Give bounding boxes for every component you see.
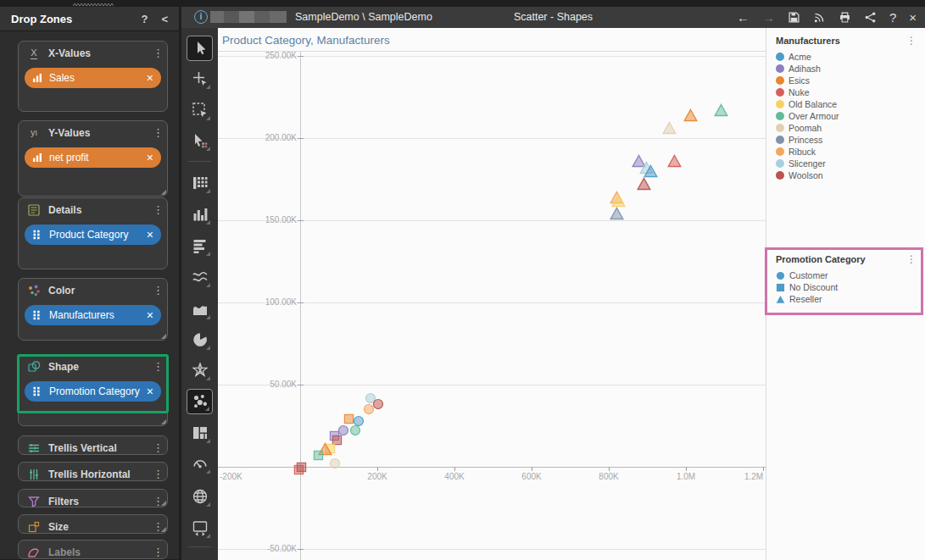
field-pill-dimension[interactable]: Promotion Category× bbox=[25, 381, 161, 402]
forward-icon: → bbox=[762, 11, 775, 24]
broadcast-icon[interactable] bbox=[813, 11, 826, 24]
scatter-point[interactable] bbox=[349, 424, 361, 436]
field-pill-label: Sales bbox=[49, 72, 147, 84]
color-dots-icon bbox=[26, 284, 42, 297]
scatter-point[interactable] bbox=[662, 121, 677, 135]
zone-menu-icon[interactable]: ⋮ bbox=[153, 523, 163, 531]
remove-field-icon[interactable]: × bbox=[147, 73, 153, 83]
legend-menu-icon[interactable]: ⋮ bbox=[906, 256, 920, 263]
axis-x-icon: X bbox=[26, 47, 42, 60]
remove-field-icon[interactable]: × bbox=[147, 386, 153, 396]
zone-menu-icon[interactable]: ⋮ bbox=[153, 49, 163, 58]
zone-menu-icon[interactable]: ⋮ bbox=[153, 444, 163, 452]
point-select-tool[interactable] bbox=[187, 128, 213, 153]
drop-zone-header-labels: Labels⋮ bbox=[19, 542, 167, 560]
legend-item[interactable]: Acme bbox=[776, 51, 920, 63]
scatter-point[interactable] bbox=[667, 154, 682, 168]
scatter-point[interactable] bbox=[363, 403, 375, 415]
drop-zone-header-filters: Filters⋮ bbox=[19, 491, 167, 512]
gauge-visual[interactable] bbox=[187, 451, 213, 476]
column-chart-visual[interactable] bbox=[187, 202, 213, 227]
legend-item[interactable]: Slicenger bbox=[776, 158, 920, 169]
toolbar-divider bbox=[188, 546, 211, 547]
share-icon[interactable] bbox=[864, 11, 877, 24]
remove-field-icon[interactable]: × bbox=[147, 310, 153, 320]
print-icon[interactable] bbox=[839, 11, 851, 24]
scatter-point[interactable] bbox=[313, 450, 324, 461]
toolbar-divider bbox=[188, 161, 211, 162]
scatter-point[interactable] bbox=[610, 207, 624, 220]
close-icon[interactable]: × bbox=[909, 11, 917, 24]
field-pill-measure[interactable]: Sales× bbox=[25, 68, 161, 88]
area-chart-visual[interactable] bbox=[187, 297, 213, 322]
remove-field-icon[interactable]: × bbox=[147, 230, 153, 240]
field-pill-dimension[interactable]: Manufacturers× bbox=[25, 305, 161, 325]
drop-zone-color: Color⋮Manufacturers× bbox=[18, 278, 168, 341]
radar-chart-visual[interactable] bbox=[187, 358, 213, 383]
scatter-point[interactable] bbox=[329, 457, 341, 469]
legend-item[interactable]: Customer bbox=[776, 269, 920, 281]
scatter-point[interactable] bbox=[611, 194, 626, 208]
legend-item-label: Adihash bbox=[788, 64, 821, 74]
zone-menu-icon[interactable]: ⋮ bbox=[153, 470, 163, 479]
zone-menu-icon[interactable]: ⋮ bbox=[153, 497, 163, 506]
collapse-panel-icon[interactable]: < bbox=[161, 13, 168, 25]
scatter-point[interactable] bbox=[714, 103, 728, 117]
info-icon[interactable]: i bbox=[194, 10, 208, 24]
zone-menu-icon[interactable]: ⋮ bbox=[153, 548, 163, 557]
zone-menu-icon[interactable]: ⋮ bbox=[153, 129, 163, 137]
legend-item[interactable]: Adihash bbox=[776, 63, 920, 75]
scatter-point[interactable] bbox=[296, 462, 307, 473]
legend-items: AcmeAdihashEsicsNukeOld BalanceOver Armo… bbox=[776, 51, 920, 181]
help-icon[interactable]: ? bbox=[141, 13, 148, 25]
scatter-point[interactable] bbox=[683, 108, 698, 122]
help-icon[interactable]: ? bbox=[889, 11, 896, 24]
legend-circle-icon bbox=[776, 271, 785, 280]
legend-item[interactable]: Woolson bbox=[776, 169, 920, 181]
treemap-visual[interactable] bbox=[187, 420, 213, 446]
grid-visual[interactable] bbox=[187, 170, 213, 196]
legend-item[interactable]: Nuke bbox=[776, 86, 920, 98]
drop-zone-label: Color bbox=[48, 285, 153, 297]
drop-zone-label: Filters bbox=[48, 496, 153, 507]
legend-item[interactable]: Old Balance bbox=[776, 98, 920, 110]
line-chart-visual[interactable] bbox=[187, 264, 213, 290]
back-icon[interactable]: ← bbox=[737, 11, 749, 24]
x-tick bbox=[454, 467, 455, 471]
zone-menu-icon[interactable]: ⋮ bbox=[153, 286, 163, 295]
legend-item-label: Esics bbox=[788, 75, 810, 86]
map-visual[interactable] bbox=[187, 484, 213, 509]
bar-chart-visual[interactable] bbox=[187, 233, 213, 258]
pie-chart-visual[interactable] bbox=[187, 327, 213, 352]
legend-item[interactable]: Esics bbox=[776, 75, 920, 86]
zone-menu-icon[interactable]: ⋮ bbox=[153, 363, 163, 371]
scatter-point[interactable] bbox=[637, 177, 651, 191]
field-pill-measure[interactable]: net profit× bbox=[25, 147, 161, 168]
marquee-select-tool[interactable] bbox=[187, 97, 213, 123]
crosshair-tool[interactable] bbox=[187, 66, 213, 91]
legend-item[interactable]: No Discount bbox=[776, 281, 920, 293]
field-pill-label: net profit bbox=[49, 152, 147, 164]
scatter-point[interactable] bbox=[644, 164, 658, 178]
legend-item[interactable]: Poomah bbox=[776, 122, 920, 134]
drop-zone-label: Y-Values bbox=[48, 127, 153, 139]
zone-menu-icon[interactable]: ⋮ bbox=[153, 206, 163, 214]
drop-zone-label: Trellis Horizontal bbox=[48, 469, 153, 480]
scatter-chart-visual[interactable] bbox=[187, 389, 213, 414]
field-pill-dimension[interactable]: Product Category× bbox=[25, 225, 161, 245]
legend-color-swatch bbox=[776, 159, 784, 168]
pointer-tool[interactable] bbox=[187, 36, 213, 61]
x-tick-label: 1.2M bbox=[744, 472, 763, 481]
save-icon[interactable] bbox=[788, 11, 800, 24]
legend-item[interactable]: Princess bbox=[776, 134, 920, 146]
remove-field-icon[interactable]: × bbox=[147, 152, 153, 163]
drop-zone-label: X-Values bbox=[48, 47, 153, 59]
x-tick-label: 200K bbox=[367, 472, 387, 481]
legend-item[interactable]: Ribuck bbox=[776, 146, 920, 158]
top-strip bbox=[0, 0, 925, 7]
legend-item[interactable]: Reseller bbox=[776, 293, 920, 305]
drop-zone-header-size: Size⋮ bbox=[19, 517, 167, 537]
image-visual[interactable] bbox=[187, 515, 213, 541]
legend-item[interactable]: Over Armour bbox=[776, 110, 920, 122]
legend-menu-icon[interactable]: ⋮ bbox=[906, 37, 920, 45]
